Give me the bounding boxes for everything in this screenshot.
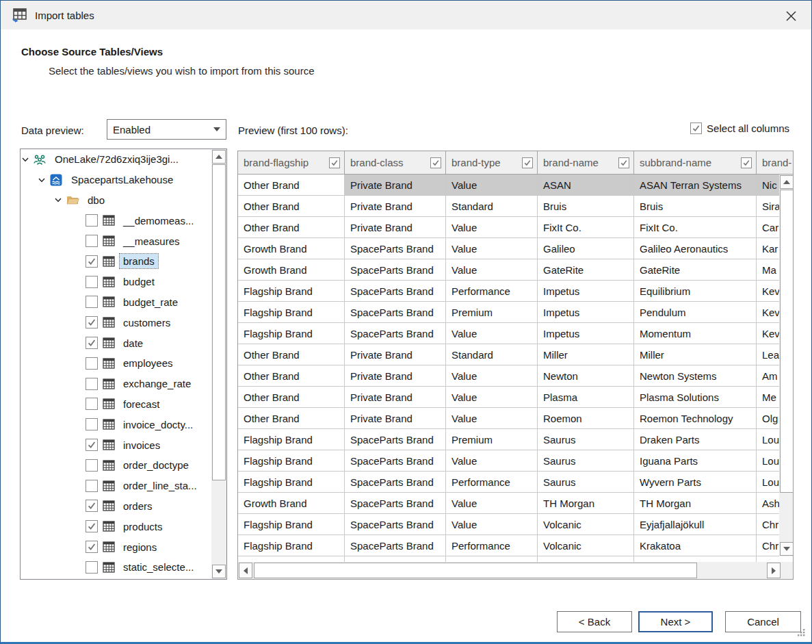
table-cell[interactable]: Flagship Brand [238,450,345,472]
table-cell[interactable]: Other Brand [238,196,345,217]
tree-item-label[interactable]: brands [120,254,158,268]
table-cell[interactable]: SpaceParts Brand [345,238,446,259]
table-cell[interactable]: Saurus [538,450,634,472]
table-row[interactable]: Other BrandPrivate BrandValueASANASAN Te… [238,175,793,196]
table-cell[interactable]: Performance [446,281,538,302]
table-cell[interactable]: Newton Systems [634,365,757,387]
table-cell[interactable]: Value [446,217,538,238]
unchecked-checkbox-icon[interactable] [86,357,98,370]
tree-item-__measures[interactable]: __measures [21,231,211,251]
table-cell[interactable]: Value [446,493,538,514]
table-cell[interactable]: Flagship Brand [238,323,345,344]
table-cell[interactable]: Private Brand [345,365,446,387]
table-row[interactable]: Flagship BrandSpaceParts BrandPremiumImp… [238,302,793,323]
column-header-brand-[interactable]: brand- [757,151,793,174]
table-row[interactable]: Flagship BrandSpaceParts BrandPerformanc… [238,535,793,556]
table-cell[interactable]: Roemon [538,408,634,429]
table-cell[interactable]: Pendulum [634,302,757,323]
tree-item-budget_rate[interactable]: budget_rate [21,292,211,313]
scroll-up-button[interactable] [212,150,226,164]
tree-item-invoices[interactable]: invoices [21,435,211,455]
table-cell[interactable]: SpaceParts Brand [345,535,446,556]
table-cell[interactable]: Value [446,238,538,259]
table-row[interactable]: Flagship BrandSpaceParts BrandValueVolca… [238,514,793,535]
scroll-left-button[interactable] [239,563,252,578]
table-cell[interactable]: Flagship Brand [238,302,345,323]
table-cell[interactable]: Krakatoa [634,535,757,556]
table-cell[interactable]: SpaceParts Brand [345,472,446,493]
checked-checkbox-icon[interactable] [741,157,752,168]
table-cell[interactable]: SpaceParts Brand [345,493,446,514]
column-header-brand-class[interactable]: brand-class [345,151,446,174]
table-row[interactable]: Other BrandPrivate BrandStandardMillerMi… [238,344,793,365]
unchecked-checkbox-icon[interactable] [86,214,98,227]
chevron-down-icon[interactable] [53,195,63,205]
table-cell[interactable]: Newton [538,365,634,387]
column-header-brand-name[interactable]: brand-name [538,151,634,174]
table-cell[interactable]: Private Brand [345,175,446,196]
table-cell[interactable]: Value [446,323,538,344]
back-button[interactable]: < Back [557,611,632,632]
table-row[interactable]: Flagship BrandSpaceParts BrandPerformanc… [238,281,793,302]
table-cell[interactable]: SpaceParts Brand [345,323,446,344]
checked-checkbox-icon[interactable] [86,541,98,553]
table-cell[interactable]: SpaceParts Brand [345,259,446,281]
tree-item-budget[interactable]: budget [21,272,211,292]
table-cell[interactable]: Flagship Brand [238,535,345,556]
table-cell[interactable]: Draken Parts [634,429,757,450]
table-cell[interactable]: Standard [446,196,538,217]
table-cell[interactable]: Flagship Brand [238,429,345,450]
table-cell[interactable]: Performance [446,535,538,556]
table-cell[interactable]: Eyjafjallajökull [634,514,757,535]
table-cell[interactable]: Wyvern Parts [634,472,757,493]
table-row[interactable]: Other BrandPrivate BrandValueNewtonNewto… [238,365,793,387]
table-row[interactable]: Flagship BrandSpaceParts BrandValueSauru… [238,450,793,472]
table-cell[interactable]: Plasma Solutions [634,387,757,408]
checked-checkbox-icon[interactable] [430,157,441,168]
table-cell[interactable]: Other Brand [238,217,345,238]
table-cell[interactable]: FixIt Co. [634,217,757,238]
tree-node-lakehouse[interactable]: SpacepartsLakehouse [21,170,211,190]
tree-item-date[interactable]: date [21,333,211,353]
column-header-brand-flagship[interactable]: brand-flagship [238,151,345,174]
table-cell[interactable]: Plasma [538,387,634,408]
tree-node-onelake[interactable]: OneLake/72d6zxiq3ije3gi... [21,149,211,170]
tree-item-customers[interactable]: customers [21,312,211,333]
table-cell[interactable]: Performance [446,472,538,493]
tree-item-invoice_docty[interactable]: invoice_docty... [21,414,211,435]
tree-item-label[interactable]: forecast [120,397,163,411]
table-cell[interactable]: SpaceParts Brand [345,429,446,450]
table-cell[interactable]: SpaceParts Brand [345,281,446,302]
table-cell[interactable]: Value [446,365,538,387]
tree-item-brands[interactable]: brands [21,251,211,272]
checked-checkbox-icon[interactable] [86,255,98,268]
table-cell[interactable]: Momentum [634,323,757,344]
table-cell[interactable]: Iguana Parts [634,450,757,472]
close-button[interactable] [781,6,800,25]
table-cell[interactable]: SpaceParts Brand [345,302,446,323]
table-cell[interactable]: Impetus [538,302,634,323]
next-button[interactable]: Next > [638,611,713,632]
table-cell[interactable]: Volcanic [538,535,634,556]
checked-checkbox-icon[interactable] [86,520,98,532]
checked-checkbox-icon[interactable] [522,157,533,168]
table-cell[interactable]: SpaceParts Brand [345,450,446,472]
table-cell[interactable]: Flagship Brand [238,514,345,535]
table-cell[interactable]: Growth Brand [238,493,345,514]
scroll-down-button[interactable] [780,542,794,556]
table-row[interactable]: Growth BrandSpaceParts BrandValueTH Morg… [238,493,793,514]
table-cell[interactable]: TH Morgan [634,493,757,514]
tree-item-orders[interactable]: orders [21,496,211,517]
table-cell[interactable]: Premium [446,302,538,323]
column-header-subbrand-name[interactable]: subbrand-name [634,151,757,174]
table-cell[interactable]: Galileo Aeronautics [634,238,757,259]
tree-item-order_doctype[interactable]: order_doctype [21,455,211,476]
table-cell[interactable]: Private Brand [345,387,446,408]
chevron-down-icon[interactable] [37,175,47,185]
table-cell[interactable]: Value [446,175,538,196]
tree-item-label[interactable]: date [120,336,146,350]
column-header-brand-type[interactable]: brand-type [446,151,538,174]
unchecked-checkbox-icon[interactable] [86,378,98,390]
tree-item-label[interactable]: order_doctype [120,458,192,472]
table-cell[interactable]: Other Brand [238,175,345,196]
